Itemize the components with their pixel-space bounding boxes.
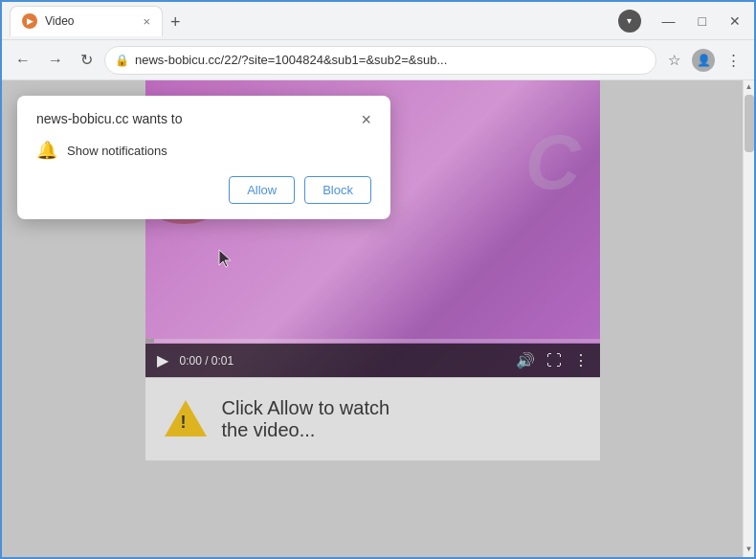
new-tab-button[interactable]: + xyxy=(163,9,189,36)
profile-button[interactable]: 👤 xyxy=(692,49,715,72)
allow-button[interactable]: Allow xyxy=(229,176,295,204)
content-area: IT C ▶ 0:00 / 0:01 xyxy=(2,80,754,557)
bell-icon: 🔔 xyxy=(36,140,57,161)
lock-icon: 🔒 xyxy=(115,54,129,67)
scrollbar-up-arrow[interactable]: ▲ xyxy=(744,80,754,93)
scrollbar-thumb[interactable] xyxy=(745,95,754,152)
title-bar: ▶ Video × + ▾ — □ ✕ xyxy=(2,2,754,40)
popup-header: news-bobicu.cc wants to × xyxy=(36,111,371,128)
popup-title: news-bobicu.cc wants to xyxy=(36,111,183,126)
popup-buttons: Allow Block xyxy=(36,176,371,204)
tab-title: Video xyxy=(45,14,135,28)
back-button[interactable]: ← xyxy=(10,48,36,73)
notification-text: Show notifications xyxy=(67,144,167,158)
browser-tab[interactable]: ▶ Video × xyxy=(10,6,163,36)
popup-notification-row: 🔔 Show notifications xyxy=(36,140,371,161)
url-text: news-bobicu.cc/22/?site=1004824&sub1=&su… xyxy=(135,53,646,67)
address-input-wrap[interactable]: 🔒 news-bobicu.cc/22/?site=1004824&sub1=&… xyxy=(104,46,656,75)
refresh-button[interactable]: ↻ xyxy=(75,47,99,73)
popup-close-button[interactable]: × xyxy=(361,111,371,128)
window-controls: — □ ✕ xyxy=(656,11,746,31)
scrollbar-down-arrow[interactable]: ▼ xyxy=(744,543,754,555)
block-button[interactable]: Block xyxy=(304,176,371,204)
scrollbar[interactable]: ▲ ▼ xyxy=(743,80,754,557)
maximize-button[interactable]: □ xyxy=(693,11,712,31)
close-window-button[interactable]: ✕ xyxy=(723,11,746,31)
tab-close-button[interactable]: × xyxy=(143,14,150,29)
tab-favicon: ▶ xyxy=(22,13,37,29)
permission-popup: news-bobicu.cc wants to × 🔔 Show notific… xyxy=(17,96,390,219)
menu-button[interactable]: ⋮ xyxy=(721,48,746,73)
minimize-button[interactable]: — xyxy=(656,11,681,31)
forward-button[interactable]: → xyxy=(42,48,69,73)
bookmark-button[interactable]: ☆ xyxy=(662,48,686,73)
browser-frame: ▶ Video × + ▾ — □ ✕ ← → ↻ 🔒 news-bobicu.… xyxy=(2,2,754,557)
address-bar: ← → ↻ 🔒 news-bobicu.cc/22/?site=1004824&… xyxy=(2,40,754,80)
tab-bar: ▶ Video × + xyxy=(10,6,603,36)
tab-dropdown-button[interactable]: ▾ xyxy=(618,10,641,33)
